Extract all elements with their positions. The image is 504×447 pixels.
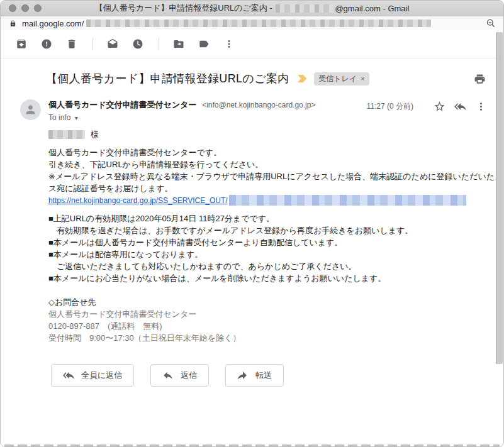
inbox-label-text: 受信トレイ: [318, 74, 357, 84]
notice-line: ■本メールにお心当たりがない場合は、メールを削除いただきますようお願いいたします…: [48, 272, 484, 284]
gmail-reading-pane: 【個人番号カード】申請情報登録URLのご案内 受信トレイ × 個人番号カード交付…: [1, 30, 503, 446]
reply-all-button[interactable]: [454, 101, 466, 113]
recipient-details-dropdown[interactable]: To info ▾: [48, 113, 367, 122]
snooze-icon[interactable]: [132, 38, 143, 50]
reply-icon: [162, 370, 174, 381]
greeting-honorific: 様: [91, 128, 99, 140]
notice-line: ■本メールは個人番号カード交付申請書受付センターより自動配信しています。: [48, 236, 484, 248]
contact-heading: ◇お問合せ先: [48, 296, 484, 308]
sender-line: 個人番号カード交付申請書受付センター <info@net.kojinbango-…: [48, 99, 367, 111]
body-paragraphs: 個人番号カード交付申請書受付センターです。 引き続き、下記URLから申請情報登録…: [48, 146, 484, 194]
window-controls: [9, 4, 42, 12]
notice-line: ■本メールは配信専用になっております。: [48, 248, 484, 260]
sender-avatar: [20, 99, 41, 120]
sender-row: 個人番号カード交付申請書受付センター <info@net.kojinbango-…: [20, 99, 487, 122]
inbox-label-chip[interactable]: 受信トレイ ×: [314, 72, 369, 86]
titlebar: 【個人番号カード】申請情報登録URLのご案内 - @gmail.com - Gm…: [1, 1, 503, 16]
to-label: To info: [48, 113, 70, 122]
remove-label-icon[interactable]: ×: [361, 75, 364, 82]
lock-icon: [9, 19, 16, 28]
sender-name: 個人番号カード交付申請書受付センター: [48, 100, 197, 109]
window-title-suffix: @gmail.com - Gmail: [335, 4, 409, 13]
email-body: 様 個人番号カード交付申請書受付センターです。 引き続き、下記URLから申請情報…: [48, 128, 484, 344]
forward-label: 転送: [255, 370, 272, 381]
body-line: ※メールアドレス登録時と異なる端末・ブラウザで申請専用URLにアクセスした場合、…: [48, 170, 484, 182]
toolbar-divider: [92, 38, 93, 50]
redacted-url-path: [86, 19, 431, 27]
reply-bottom-button[interactable]: 返信: [150, 364, 209, 387]
browser-window: 【個人番号カード】申請情報登録URLのご案内 - @gmail.com - Gm…: [0, 0, 504, 447]
url-domain: mail.google.com/: [22, 19, 84, 28]
reply-all-bottom-button[interactable]: 全員に返信: [51, 364, 134, 387]
reply-label: 返信: [181, 370, 197, 381]
print-button[interactable]: [474, 73, 486, 85]
reply-all-label: 全員に返信: [81, 370, 122, 381]
subject-row: 【個人番号カード】申請情報登録URLのご案内 受信トレイ ×: [46, 71, 486, 86]
contact-line: 0120-897-887 (通話料 無料): [48, 320, 484, 332]
page-zoom-icon[interactable]: [486, 18, 496, 28]
notice-line: ご返信いただきましても対応いたしかねますので、あらかじめご了承ください。: [48, 260, 484, 272]
email-timestamp: 11:27 (0 分前): [367, 101, 413, 112]
contact-line: 受付時間 9:00〜17:30（土日祝日年末年始を除く）: [48, 332, 484, 344]
application-url-line: https://net.kojinbango-card.go.jp/SS_SER…: [48, 194, 466, 206]
delete-icon[interactable]: [66, 38, 77, 50]
address-bar[interactable]: mail.google.com/: [1, 16, 503, 31]
window-title-prefix: 【個人番号カード】申請情報登録URLのご案内 -: [95, 3, 275, 14]
body-line: 引き続き、下記URLから申請情報登録を行ってください。: [48, 158, 484, 170]
message-more-button[interactable]: [475, 101, 487, 113]
forward-icon: [237, 370, 249, 381]
body-line: 個人番号カード交付申請書受付センターです。: [48, 146, 484, 158]
forward-bottom-button[interactable]: 転送: [225, 364, 284, 387]
contact-section: ◇お問合せ先 個人番号カード交付申請書受付センター 0120-897-887 (…: [48, 296, 484, 344]
mail-toolbar: [1, 30, 503, 58]
notice-line: ■上記URLの有効期限は2020年05月14日 11時27分までです。: [48, 212, 484, 224]
close-window-button[interactable]: [9, 4, 16, 12]
minimize-window-button[interactable]: [21, 4, 29, 12]
reply-all-icon: [63, 370, 74, 381]
mark-as-read-icon[interactable]: [107, 38, 118, 50]
application-url-link[interactable]: https://net.kojinbango-card.go.jp/SS_SER…: [48, 196, 228, 205]
contact-line: 個人番号カード交付申請書受付センター: [48, 308, 484, 320]
move-to-icon[interactable]: [173, 38, 184, 50]
archive-icon[interactable]: [16, 38, 27, 50]
notice-list: ■上記URLの有効期限は2020年05月14日 11時27分までです。 有効期限…: [48, 212, 484, 284]
labels-icon[interactable]: [198, 38, 210, 50]
window-bottom-edge: [4, 444, 500, 446]
response-buttons: 全員に返信 返信 転送: [51, 364, 503, 387]
more-actions-icon[interactable]: [223, 38, 235, 50]
redacted-account-email: [276, 4, 333, 13]
greeting-line: 様: [48, 128, 484, 140]
importance-marker-icon[interactable]: [298, 74, 308, 83]
window-title: 【個人番号カード】申請情報登録URLのご案内 - @gmail.com - Gm…: [1, 3, 503, 14]
scrollbar[interactable]: [496, 32, 503, 364]
redacted-recipient-name: [48, 130, 85, 139]
sender-info: 個人番号カード交付申請書受付センター <info@net.kojinbango-…: [48, 99, 367, 122]
message-meta: 11:27 (0 分前): [367, 101, 487, 113]
redacted-url-token: [229, 195, 466, 206]
report-spam-icon[interactable]: [41, 38, 52, 50]
chevron-down-icon: ▾: [75, 114, 78, 121]
star-button[interactable]: [434, 101, 445, 113]
sender-email: <info@net.kojinbango-card.go.jp>: [202, 101, 315, 109]
body-line: ス宛に認証番号をお届けします。: [48, 182, 484, 194]
maximize-window-button[interactable]: [34, 4, 42, 12]
toolbar-divider: [159, 38, 159, 50]
email-subject: 【個人番号カード】申請情報登録URLのご案内: [46, 71, 289, 86]
notice-line: 有効期限を過ぎた場合は、お手数ですがメールアドレス登録から再度お手続きをお願いし…: [48, 224, 484, 236]
